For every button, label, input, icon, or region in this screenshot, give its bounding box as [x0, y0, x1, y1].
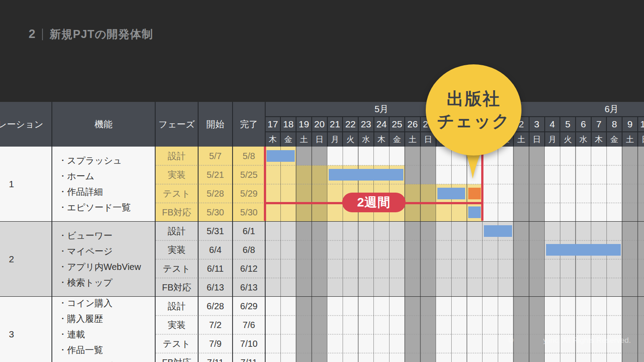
highlight-overlay-weekend: [312, 203, 327, 222]
date-cell: 22: [343, 117, 358, 132]
day-column-border: [280, 147, 281, 362]
date-cell: 8: [606, 117, 622, 132]
feature-item: ・作品一覧: [58, 342, 155, 358]
feature-item: ・連載: [58, 327, 155, 342]
column-border-line: [232, 147, 233, 362]
feature-item: ・ビューワー: [58, 228, 155, 244]
header-border-line: [265, 102, 266, 147]
phase-cell: 実装: [155, 165, 198, 184]
phase-cell: 実装: [155, 316, 198, 334]
day-column-border: [637, 147, 638, 362]
end-date-cell: 5/8: [233, 147, 265, 165]
day-of-week-cell: 日: [529, 132, 545, 147]
start-date-cell: 5/21: [198, 165, 233, 184]
date-cell: 5: [560, 117, 576, 132]
header-border-line: [420, 117, 421, 147]
header-iteration-column: イテレーション: [0, 102, 52, 147]
end-date-cell: 7/11: [233, 353, 265, 362]
header-border-line: [575, 117, 576, 147]
feature-list: ・スプラッシュ・ホーム・作品詳細・エピソード一覧: [58, 147, 155, 222]
header-border-line: [373, 117, 374, 147]
gantt-bar: [468, 206, 481, 218]
end-date-cell: 6/8: [233, 240, 265, 259]
iteration-number: 2: [0, 222, 52, 297]
dotted-row-separator: [155, 315, 644, 316]
day-of-week-cell: 木: [265, 132, 281, 147]
header-border-line: [637, 117, 638, 147]
day-of-week-cell: 木: [374, 132, 390, 147]
start-date-cell: 5/31: [198, 222, 233, 240]
feature-item: ・コイン購入: [58, 295, 155, 311]
end-date-cell: 7/10: [233, 334, 265, 353]
feature-list: ・コイン購入・購入履歴・連載・作品一覧・ランキング: [58, 297, 155, 362]
date-cell: 20: [312, 117, 327, 132]
phase-cell: 実装: [155, 240, 198, 259]
highlight-overlay-weekend: [296, 203, 312, 222]
feature-item: ・マイページ: [58, 244, 155, 259]
highlight-overlay-weekend: [405, 203, 420, 222]
header-border-line: [591, 117, 592, 147]
day-of-week-cell: 水: [576, 132, 591, 147]
header-end-column: 完了: [233, 102, 265, 147]
phase-cell: 設計: [155, 222, 198, 240]
highlight-overlay-weekend: [420, 184, 436, 203]
date-cell: 9: [622, 117, 638, 132]
end-date-cell: 6/13: [233, 278, 265, 297]
date-cell: 10: [638, 117, 644, 132]
phase-cell: テスト: [155, 184, 198, 203]
date-cell: 26: [405, 117, 420, 132]
phase-cell: FB対応: [155, 353, 198, 362]
day-column-border: [311, 147, 312, 362]
duration-badge-label: 2週間: [357, 194, 390, 211]
date-cell: 3: [529, 117, 545, 132]
start-date-cell: 6/4: [198, 240, 233, 259]
day-of-week-cell: 火: [343, 132, 358, 147]
end-date-cell: 5/29: [233, 184, 265, 203]
day-column-border: [420, 147, 421, 362]
column-border-line: [51, 147, 52, 362]
header-border-line: [198, 102, 199, 147]
dotted-row-separator: [155, 334, 644, 335]
phase-cell: テスト: [155, 334, 198, 353]
header-border-line: [529, 117, 530, 147]
duration-badge: 2週間: [342, 193, 406, 212]
day-of-week-cell: 火: [560, 132, 576, 147]
day-column-border: [498, 147, 499, 362]
header-feature-column: 機能: [52, 102, 155, 147]
start-date-cell: 6/13: [198, 278, 233, 297]
header-border-line: [559, 117, 560, 147]
start-date-cell: 6/28: [198, 297, 233, 316]
feature-item: ・ランキング: [58, 358, 155, 362]
header-border-line: [389, 117, 390, 147]
header-border-line: [606, 117, 607, 147]
end-date-cell: 5/30: [233, 203, 265, 222]
dotted-row-separator: [155, 184, 644, 185]
start-date-cell: 5/28: [198, 184, 233, 203]
header-border-line: [280, 117, 281, 147]
date-cell: 25: [389, 117, 405, 132]
highlight-overlay-weekend: [405, 184, 420, 203]
copyright-text: y,inc. All Rights Reserved.: [543, 336, 631, 345]
header-border-line: [296, 117, 297, 147]
iteration-number: 1: [0, 147, 52, 222]
phase-cell: FB対応: [155, 203, 198, 222]
day-of-week-cell: 月: [545, 132, 560, 147]
column-border-line: [155, 147, 156, 362]
day-of-week-cell: 水: [358, 132, 374, 147]
start-date-cell: 7/11: [198, 353, 233, 362]
day-of-week-cell: 土: [622, 132, 638, 147]
slide-title-number: 2: [29, 27, 35, 41]
start-date-cell: 7/9: [198, 334, 233, 353]
start-date-cell: 5/7: [198, 147, 233, 165]
header-start-column: 開始: [198, 102, 233, 147]
dotted-row-separator: [155, 259, 644, 260]
highlight-overlay-weekend: [312, 165, 327, 184]
header-border-line: [544, 117, 545, 147]
header-border-line: [311, 117, 312, 147]
day-column-border: [544, 147, 545, 362]
callout-bubble-line1: 出版社: [447, 88, 500, 110]
day-of-week-cell: 金: [280, 132, 296, 147]
start-date-cell: 7/2: [198, 316, 233, 334]
end-date-cell: 5/25: [233, 165, 265, 184]
feature-item: ・作品詳細: [58, 184, 155, 200]
